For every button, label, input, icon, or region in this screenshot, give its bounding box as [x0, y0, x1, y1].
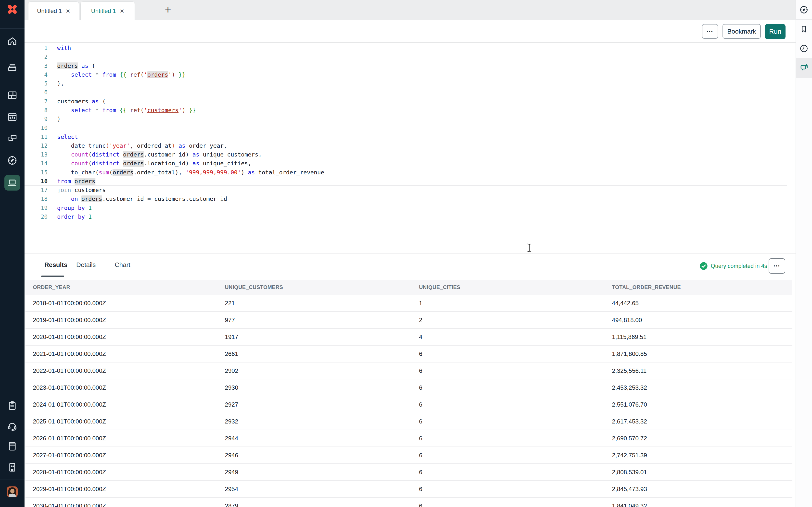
results-more-button[interactable]: •••: [769, 259, 785, 274]
code-line-10[interactable]: 10: [24, 123, 787, 132]
table-row[interactable]: 2021-01-01T00:00:00.000Z266161,871,800.8…: [26, 346, 793, 362]
tab-label: Untitled 1: [37, 8, 62, 14]
home-icon: [7, 36, 18, 47]
code-text: select * from {{ ref('customers') }}: [51, 106, 787, 115]
code-line-2[interactable]: 2: [24, 52, 787, 61]
table-row[interactable]: 2023-01-01T00:00:00.000Z293062,453,253.3…: [26, 379, 793, 396]
code-line-5[interactable]: 5),: [24, 79, 787, 88]
tab-chart[interactable]: Chart: [115, 261, 131, 269]
table-cell: 6: [419, 401, 612, 408]
sidebar-item-code-cell[interactable]: [7, 112, 18, 122]
sidebar-item-clipboard[interactable]: [7, 400, 18, 411]
tab-details[interactable]: Details: [76, 261, 96, 269]
query-status-text: Query completed in 4s: [711, 263, 767, 269]
table-cell: 2,742,751.39: [612, 452, 793, 459]
code-line-17[interactable]: 17join customers: [24, 186, 787, 194]
left-sidebar: [0, 0, 24, 507]
close-icon[interactable]: ×: [66, 7, 70, 15]
code-line-7[interactable]: 7customers as (: [24, 97, 787, 106]
code-line-18[interactable]: 18 on orders.customer_id = customers.cus…: [24, 194, 787, 203]
code-line-9[interactable]: 9): [24, 115, 787, 123]
table-row[interactable]: 2018-01-01T00:00:00.000Z221144,442.65: [26, 295, 793, 312]
hex-logo-icon[interactable]: [6, 3, 19, 16]
sidebar-item-explore[interactable]: [7, 155, 18, 166]
column-header-unique_cities[interactable]: UNIQUE_CITIES: [419, 284, 612, 290]
more-options-button[interactable]: •••: [702, 24, 718, 39]
table-cell: 2021-01-01T00:00:00.000Z: [33, 350, 225, 357]
right-sidebar-item-bookmark[interactable]: [796, 19, 812, 39]
sidebar-item-docs[interactable]: [7, 441, 18, 452]
table-row[interactable]: 2026-01-01T00:00:00.000Z294462,690,570.7…: [26, 430, 793, 447]
right-sidebar-item-ai-chat[interactable]: [796, 58, 812, 78]
code-line-14[interactable]: 14 count(distinct orders.location_id) as…: [24, 159, 787, 168]
table-cell: 2026-01-01T00:00:00.000Z: [33, 435, 225, 442]
run-button[interactable]: Run: [765, 24, 785, 39]
table-cell: 2,845,473.93: [612, 486, 793, 493]
code-line-20[interactable]: 20order by 1: [24, 212, 787, 221]
line-number: 4: [24, 70, 51, 79]
code-line-19[interactable]: 19group by 1: [24, 204, 787, 212]
right-sidebar-item-explore[interactable]: [796, 0, 812, 19]
tab-results[interactable]: Results: [44, 261, 67, 269]
table-cell: 2019-01-01T00:00:00.000Z: [33, 317, 225, 324]
user-avatar[interactable]: [7, 487, 18, 497]
close-icon[interactable]: ×: [120, 7, 124, 15]
sidebar-item-home[interactable]: [7, 36, 18, 47]
code-line-16[interactable]: 16from orders: [24, 177, 787, 186]
line-number: 1: [24, 44, 51, 52]
code-line-13[interactable]: 13 count(distinct orders.customer_id) as…: [24, 150, 787, 159]
sidebar-item-collections[interactable]: [7, 62, 18, 73]
table-row[interactable]: 2028-01-01T00:00:00.000Z294962,808,539.0…: [26, 464, 793, 481]
results-table-body[interactable]: 2018-01-01T00:00:00.000Z221144,442.65201…: [26, 295, 793, 507]
sidebar-item-org[interactable]: [7, 462, 18, 473]
line-number: 11: [24, 132, 51, 141]
table-row[interactable]: 2019-01-01T00:00:00.000Z9772494,818.00: [26, 312, 793, 329]
main-toolbar: ••• Bookmark Run: [24, 20, 796, 43]
code-line-8[interactable]: 8 select * from {{ ref('customers') }}: [24, 106, 787, 115]
table-cell: 6: [419, 350, 612, 357]
line-number: 15: [24, 168, 51, 177]
explore-icon: [7, 155, 18, 166]
code-line-11[interactable]: 11select: [24, 132, 787, 141]
column-header-total_order_revenue[interactable]: TOTAL_ORDER_REVENUE: [612, 284, 793, 290]
table-row[interactable]: 2022-01-01T00:00:00.000Z290262,325,556.1…: [26, 362, 793, 379]
results-table-header: ORDER_YEARUNIQUE_CUSTOMERSUNIQUE_CITIEST…: [26, 280, 793, 295]
table-row[interactable]: 2025-01-01T00:00:00.000Z293262,617,453.3…: [26, 413, 793, 430]
code-line-12[interactable]: 12 date_trunc('year', ordered_at) as ord…: [24, 141, 787, 150]
table-cell: 2: [419, 317, 612, 324]
right-sidebar-item-history[interactable]: [796, 39, 812, 58]
code-text: with: [51, 44, 787, 52]
table-row[interactable]: 2029-01-01T00:00:00.000Z295462,845,473.9…: [26, 481, 793, 498]
query-status: Query completed in 4s: [700, 262, 767, 270]
bookmark-button[interactable]: Bookmark: [722, 24, 761, 39]
code-line-4[interactable]: 4 select * from {{ ref('orders') }}: [24, 70, 787, 79]
sidebar-item-workspace[interactable]: [4, 175, 20, 190]
table-row[interactable]: 2024-01-01T00:00:00.000Z292762,551,076.7…: [26, 396, 793, 413]
sidebar-item-components[interactable]: [7, 133, 18, 144]
active-tab-underline: [41, 276, 64, 277]
components-icon: [7, 133, 18, 144]
code-text: orders as (: [51, 61, 787, 70]
code-cell-icon: [7, 112, 18, 122]
sidebar-item-support[interactable]: [7, 421, 18, 432]
new-tab-button[interactable]: +: [162, 4, 174, 16]
sidebar-item-apps[interactable]: [7, 90, 18, 101]
code-lines: 1with23orders as (4 select * from {{ ref…: [24, 44, 787, 221]
table-cell: 2,808,539.01: [612, 469, 793, 476]
column-header-unique_customers[interactable]: UNIQUE_CUSTOMERS: [225, 284, 419, 290]
table-row[interactable]: 2030-01-01T00:00:00.000Z287961,841,049.3…: [26, 498, 793, 507]
tab-untitled-2[interactable]: Untitled 1 ×: [81, 1, 135, 20]
code-line-6[interactable]: 6: [24, 88, 787, 97]
code-line-1[interactable]: 1with: [24, 44, 787, 52]
table-row[interactable]: 2027-01-01T00:00:00.000Z294662,742,751.3…: [26, 447, 793, 464]
code-line-3[interactable]: 3orders as (: [24, 61, 787, 70]
column-header-order_year[interactable]: ORDER_YEAR: [33, 284, 225, 290]
sql-editor[interactable]: 1with23orders as (4 select * from {{ ref…: [24, 43, 796, 253]
table-cell: 6: [419, 368, 612, 374]
code-text: [51, 123, 787, 132]
table-row[interactable]: 2020-01-01T00:00:00.000Z191741,115,869.5…: [26, 329, 793, 346]
tab-untitled-1[interactable]: Untitled 1 ×: [28, 1, 79, 20]
code-line-15[interactable]: 15 to_char(sum(orders.order_total), '999…: [24, 168, 787, 177]
table-cell: 2025-01-01T00:00:00.000Z: [33, 418, 225, 425]
right-sidebar: [796, 0, 812, 507]
